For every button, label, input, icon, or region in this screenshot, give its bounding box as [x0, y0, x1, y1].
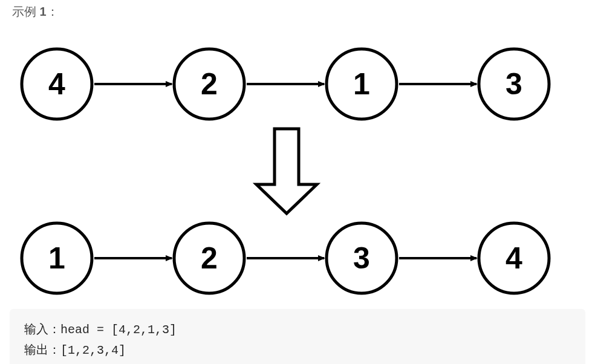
- node-value: 2: [201, 241, 218, 275]
- node-value: 3: [353, 241, 370, 275]
- node: 4: [22, 49, 92, 119]
- node-value: 4: [48, 67, 65, 101]
- node: 4: [479, 223, 549, 293]
- node: 1: [22, 223, 92, 293]
- node-value: 4: [506, 241, 522, 275]
- input-list-row: 4 2 1 3: [22, 49, 549, 119]
- node-value: 1: [353, 67, 370, 101]
- example-code-block: 输入：head = [4,2,1,3] 输出：[1,2,3,4]: [10, 309, 585, 364]
- node: 1: [327, 49, 397, 119]
- node-value: 1: [48, 241, 65, 275]
- output-list-row: 1 2 3 4: [22, 223, 549, 293]
- node: 2: [174, 49, 244, 119]
- input-label: 输入：: [24, 323, 60, 337]
- example-title: 示例 1：: [10, 0, 585, 32]
- node: 3: [479, 49, 549, 119]
- node: 2: [174, 223, 244, 293]
- transform-arrow-icon: [256, 129, 317, 213]
- output-label: 输出：: [24, 343, 60, 357]
- node-value: 3: [506, 67, 522, 101]
- linked-list-diagram: 4 2 1 3 1: [10, 32, 585, 296]
- node: 3: [327, 223, 397, 293]
- output-value: [1,2,3,4]: [60, 343, 126, 357]
- node-value: 2: [201, 67, 218, 101]
- input-value: head = [4,2,1,3]: [60, 323, 177, 337]
